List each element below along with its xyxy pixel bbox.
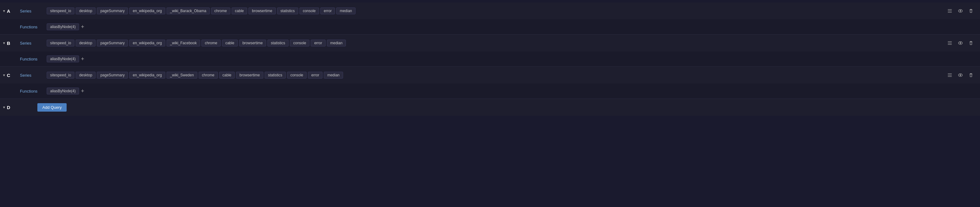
tag-c-9[interactable]: console: [287, 72, 307, 79]
tag-b-10[interactable]: error: [311, 40, 325, 47]
row-letter-a: ▾ A: [0, 8, 19, 14]
tag-b-5[interactable]: chrome: [201, 40, 221, 47]
tag-a-8[interactable]: statistics: [277, 8, 298, 14]
query-builder: ▾ A Series sitespeed_io desktop pageSumm…: [0, 0, 980, 118]
series-row-a: ▾ A Series sitespeed_io desktop pageSumm…: [0, 3, 980, 19]
menu-button-b[interactable]: [946, 39, 954, 47]
tag-b-3[interactable]: en_wikipedia_org: [129, 40, 165, 47]
menu-icon-c: [947, 72, 953, 78]
query-row-a: ▾ A Series sitespeed_io desktop pageSumm…: [0, 3, 980, 35]
add-query-button[interactable]: Add Query: [37, 103, 67, 112]
chevron-c-icon[interactable]: ▾: [3, 73, 5, 77]
actions-c: [946, 71, 980, 79]
tag-c-10[interactable]: error: [308, 72, 323, 79]
tag-a-0[interactable]: sitespeed_io: [47, 8, 75, 14]
menu-icon-b: [947, 40, 953, 46]
chevron-d-icon[interactable]: ▾: [3, 105, 5, 109]
tag-c-6[interactable]: cable: [219, 72, 235, 79]
tag-c-11[interactable]: median: [324, 72, 343, 79]
tag-a-10[interactable]: error: [320, 8, 335, 14]
query-row-c: ▾ C Series sitespeed_io desktop pageSumm…: [0, 67, 980, 99]
tag-a-5[interactable]: chrome: [211, 8, 231, 14]
function-tag-a[interactable]: aliasByNode(4): [47, 23, 79, 30]
tag-b-8[interactable]: statistics: [267, 40, 289, 47]
tag-b-4[interactable]: _wiki_Facebook: [167, 40, 200, 47]
series-row-c: ▾ C Series sitespeed_io desktop pageSumm…: [0, 67, 980, 83]
tag-b-11[interactable]: median: [327, 40, 346, 47]
functions-row-a: Functions aliasByNode(4) +: [0, 19, 980, 34]
tag-a-2[interactable]: pageSummary: [97, 8, 128, 14]
tag-c-3[interactable]: en_wikipedia_org: [129, 72, 165, 79]
series-label-c: Series: [19, 73, 47, 78]
tag-b-6[interactable]: cable: [222, 40, 238, 47]
tag-c-1[interactable]: desktop: [76, 72, 95, 79]
tag-b-2[interactable]: pageSummary: [97, 40, 128, 47]
row-id-b: B: [7, 40, 10, 46]
menu-button-c[interactable]: [946, 71, 954, 79]
series-label-b: Series: [19, 41, 47, 45]
tag-a-6[interactable]: cable: [232, 8, 248, 14]
chevron-a-icon[interactable]: ▾: [3, 9, 5, 13]
trash-icon-c: [968, 72, 974, 78]
eye-icon-a: [958, 8, 963, 14]
row-id-a: A: [7, 8, 10, 14]
row-letter-b: ▾ B: [0, 40, 19, 46]
query-row-b: ▾ B Series sitespeed_io desktop pageSumm…: [0, 35, 980, 67]
eye-icon-b: [958, 40, 963, 46]
series-label-a: Series: [19, 9, 47, 13]
tag-a-1[interactable]: desktop: [76, 8, 95, 14]
trash-icon-a: [968, 8, 974, 14]
menu-icon-a: [947, 8, 953, 14]
tag-a-9[interactable]: console: [299, 8, 319, 14]
eye-button-c[interactable]: [956, 71, 964, 79]
eye-icon-c: [958, 72, 963, 78]
tag-b-0[interactable]: sitespeed_io: [47, 40, 75, 47]
row-letter-c: ▾ C: [0, 73, 19, 78]
add-query-row: ▾ D Add Query: [0, 99, 980, 116]
delete-button-a[interactable]: [967, 7, 975, 15]
tag-b-1[interactable]: desktop: [76, 40, 95, 47]
tag-c-0[interactable]: sitespeed_io: [47, 72, 75, 79]
series-row-b: ▾ B Series sitespeed_io desktop pageSumm…: [0, 35, 980, 51]
functions-row-b: Functions aliasByNode(4) +: [0, 51, 980, 66]
function-tag-b[interactable]: aliasByNode(4): [47, 56, 79, 63]
tag-c-7[interactable]: browsertime: [236, 72, 263, 79]
add-function-b[interactable]: +: [79, 55, 86, 63]
functions-label-c: Functions: [19, 89, 47, 93]
tag-b-7[interactable]: browsertime: [239, 40, 266, 47]
eye-button-a[interactable]: [956, 7, 964, 15]
tag-a-7[interactable]: browsertime: [248, 8, 275, 14]
tag-c-2[interactable]: pageSummary: [97, 72, 128, 79]
functions-label-b: Functions: [19, 57, 47, 61]
add-function-a[interactable]: +: [79, 23, 86, 31]
row-id-d: D: [7, 105, 10, 110]
tag-b-9[interactable]: console: [290, 40, 309, 47]
functions-label-a: Functions: [19, 25, 47, 29]
svg-point-4: [960, 10, 961, 12]
add-function-c[interactable]: +: [79, 87, 86, 95]
row-letter-d: ▾ D: [0, 105, 19, 110]
tag-a-4[interactable]: _wiki_Barack_Obama: [167, 8, 210, 14]
chevron-b-icon[interactable]: ▾: [3, 41, 5, 45]
tag-c-5[interactable]: chrome: [199, 72, 218, 79]
actions-a: [946, 7, 980, 15]
svg-point-14: [960, 74, 961, 76]
series-tags-a: sitespeed_io desktop pageSummary en_wiki…: [47, 8, 946, 14]
actions-b: [946, 39, 980, 47]
menu-button-a[interactable]: [946, 7, 954, 15]
series-tags-c: sitespeed_io desktop pageSummary en_wiki…: [47, 72, 946, 79]
row-id-c: C: [7, 73, 10, 78]
function-tag-c[interactable]: aliasByNode(4): [47, 88, 79, 95]
tag-c-4[interactable]: _wiki_Sweden: [167, 72, 197, 79]
delete-button-b[interactable]: [967, 39, 975, 47]
tag-a-3[interactable]: en_wikipedia_org: [129, 8, 165, 14]
series-tags-b: sitespeed_io desktop pageSummary en_wiki…: [47, 40, 946, 47]
eye-button-b[interactable]: [956, 39, 964, 47]
trash-icon-b: [968, 40, 974, 46]
functions-row-c: Functions aliasByNode(4) +: [0, 83, 980, 98]
svg-point-9: [960, 42, 961, 44]
tag-c-8[interactable]: statistics: [265, 72, 286, 79]
delete-button-c[interactable]: [967, 71, 975, 79]
tag-a-11[interactable]: median: [336, 8, 355, 14]
